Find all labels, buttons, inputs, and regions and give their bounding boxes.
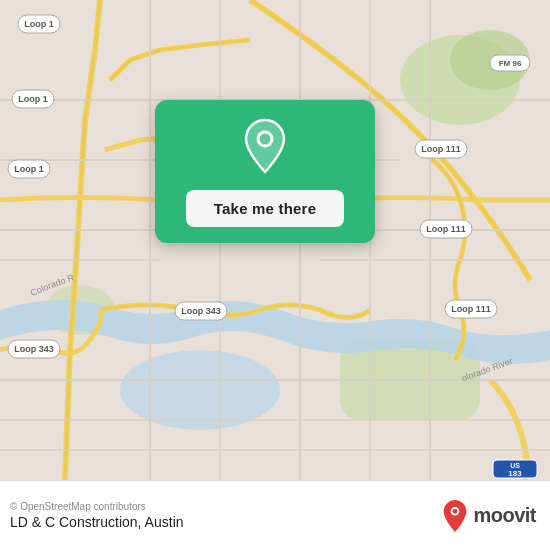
location-pin-icon — [241, 118, 289, 174]
svg-text:Loop 111: Loop 111 — [421, 144, 461, 154]
location-name: LD & C Construction, Austin — [10, 514, 184, 530]
moovit-text: moovit — [473, 504, 536, 527]
svg-text:Loop 111: Loop 111 — [451, 304, 491, 314]
moovit-pin-icon — [441, 499, 469, 533]
svg-text:Loop 343: Loop 343 — [181, 306, 221, 316]
bottom-bar: © OpenStreetMap contributors LD & C Cons… — [0, 480, 550, 550]
take-me-there-button[interactable]: Take me there — [186, 190, 344, 227]
svg-point-45 — [453, 508, 458, 513]
svg-text:FM 96: FM 96 — [499, 59, 522, 68]
svg-text:Loop 343: Loop 343 — [14, 344, 54, 354]
svg-text:Loop 111: Loop 111 — [426, 224, 466, 234]
svg-text:US: US — [510, 462, 520, 469]
svg-text:183: 183 — [508, 469, 522, 478]
moovit-logo: moovit — [441, 499, 536, 533]
copyright-text: © OpenStreetMap contributors — [10, 501, 184, 512]
bottom-left: © OpenStreetMap contributors LD & C Cons… — [10, 501, 184, 530]
location-card: Take me there — [155, 100, 375, 243]
svg-text:Loop 1: Loop 1 — [24, 19, 54, 29]
svg-text:Loop 1: Loop 1 — [18, 94, 48, 104]
map-background: Colorado R olorado River Loop 1 Loop 1 L… — [0, 0, 550, 480]
svg-point-5 — [120, 350, 280, 430]
pin-icon-wrapper — [241, 118, 289, 178]
svg-text:Loop 1: Loop 1 — [14, 164, 44, 174]
